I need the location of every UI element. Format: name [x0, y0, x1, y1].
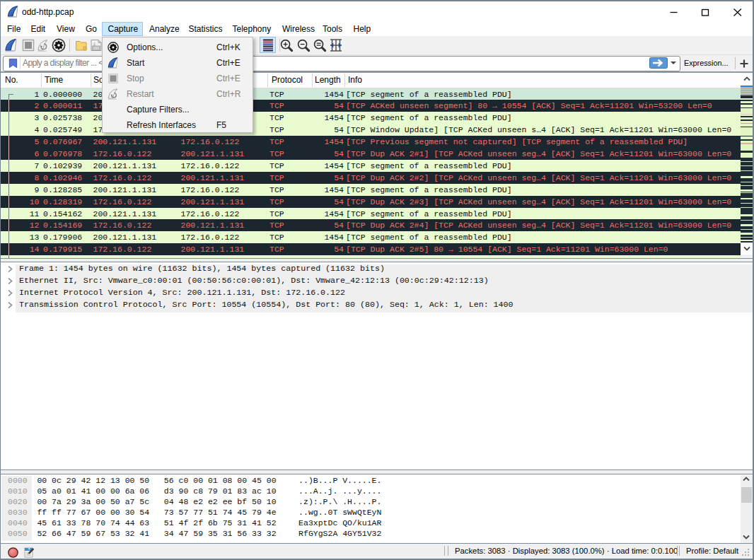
svg-text:010: 010 — [93, 47, 99, 50]
